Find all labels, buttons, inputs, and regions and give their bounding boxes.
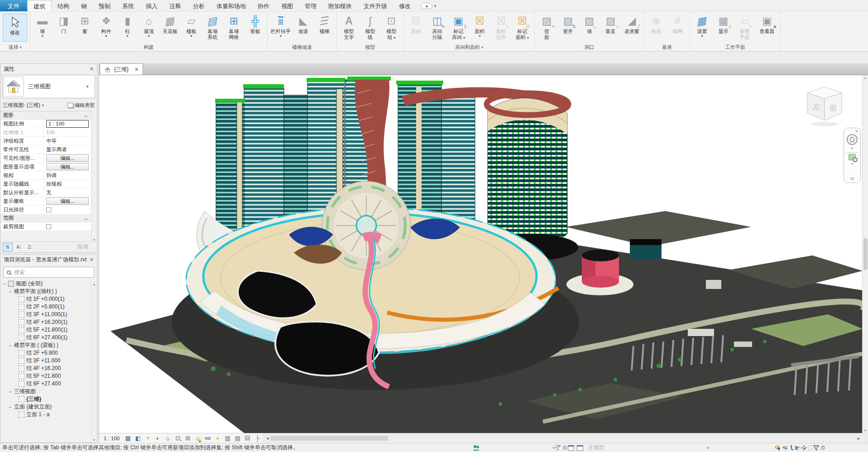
tab-file-upgrade[interactable]: 文件升级 [358, 0, 393, 11]
edit-requests-button[interactable]: :0 [555, 445, 566, 451]
tool-component[interactable]: ❖构件▾ [96, 13, 117, 43]
tab-massing-site[interactable]: 体量和场地 [211, 0, 252, 11]
instance-selector[interactable]: 三维视图: {三维}▾ [3, 102, 66, 109]
project-browser-close-icon[interactable]: ✕ [90, 257, 94, 263]
tab-collaborate[interactable]: 协作 [252, 0, 275, 11]
tree-group-3d-views[interactable]: −三维视图 [0, 388, 91, 395]
lock-3d-view-icon[interactable]: ⌂🔓 [193, 434, 202, 442]
tree-item-3d-view-current[interactable]: {三维} [0, 395, 91, 403]
group-label-room-area[interactable]: 房间和面积▾ [404, 43, 534, 51]
navigation-bar[interactable]: ✕ ▾ ▾ ⊖ [844, 128, 861, 183]
tool-viewer[interactable]: ▣■查看器 [755, 13, 779, 43]
scroll-up-icon[interactable]: ▲ [864, 76, 867, 79]
tree-item-view[interactable]: 结 3F +11.000(1) [0, 311, 91, 318]
tab-precast[interactable]: 预制 [93, 0, 116, 11]
steering-wheel-icon[interactable] [847, 134, 858, 145]
tool-column[interactable]: ▮柱▾ [117, 13, 138, 43]
tool-ceiling[interactable]: ▦天花板 [159, 13, 181, 43]
tool-model-line[interactable]: ∫模型线 [360, 13, 381, 43]
drag-elements-icon[interactable] [801, 445, 807, 451]
tool-roof[interactable]: ⌂屋顶▾ [138, 13, 159, 43]
tab-view[interactable]: 视图 [275, 0, 299, 11]
tree-item-view[interactable]: 结 6F +27.400 [0, 380, 91, 388]
properties-close-icon[interactable]: ✕ [90, 66, 94, 72]
apply-button[interactable]: 应用 [77, 243, 95, 251]
sort-default-button[interactable]: ⇅ [3, 243, 13, 251]
scroll-down-icon[interactable]: ▼ [864, 429, 867, 432]
browser-search-input[interactable]: 搜索 [3, 267, 94, 278]
browser-scrollbar[interactable]: ▲▼ [91, 282, 97, 442]
visual-style-icon[interactable]: ◧ [133, 434, 143, 442]
design-options-dropdown-icon[interactable]: ▾ [706, 445, 709, 451]
tree-item-view[interactable]: 结 2F +5.800 [0, 349, 91, 357]
sort-ascending-button[interactable]: A↓ [14, 243, 24, 251]
3d-model-scene[interactable] [99, 75, 863, 433]
render-dialog-icon[interactable]: ♨ [163, 434, 173, 442]
tool-wall-opening[interactable]: ▨↔墙 [579, 13, 600, 43]
temporary-hide-isolate-icon[interactable]: oo [203, 434, 212, 442]
prop-row-parts-visibility[interactable]: 零件可见性显示两者 [0, 145, 91, 154]
view-scale-input[interactable]: 1 : 100 [46, 120, 89, 128]
tab-structure[interactable]: 结构 [52, 0, 75, 11]
tree-group-elevations[interactable]: −立面 (建筑立面) [0, 403, 91, 411]
vg-edit-button[interactable]: 编辑... [46, 154, 89, 162]
worksets-dialog-icon[interactable] [568, 445, 574, 451]
tool-wall[interactable]: ▬墙▾ [32, 13, 53, 43]
prop-row-grid-display[interactable]: 显示栅格编辑... [0, 197, 91, 206]
active-workset-icon[interactable] [577, 445, 583, 451]
prop-row-view-scale[interactable]: 视图比例1 : 100 [0, 120, 91, 128]
scroll-right-icon[interactable]: ► [857, 436, 861, 441]
tab-annotate[interactable]: 注释 [163, 0, 187, 11]
tool-door[interactable]: ◨门 [53, 13, 74, 43]
scrollbar-thumb[interactable] [863, 238, 868, 270]
select-underlay-icon[interactable]: ✕ [782, 445, 788, 451]
tool-stair[interactable]: ☰楼梯 [314, 13, 335, 43]
tree-group-floorplans-beamslab[interactable]: −楼层平面 ( (梁板) ) [0, 341, 91, 349]
tree-root-views[interactable]: −视图 (全部) [0, 280, 91, 288]
tree-item-elevation[interactable]: 立面 1 - a [0, 411, 91, 418]
tool-mullion[interactable]: ╬竖梃 [245, 13, 266, 43]
worksharing-icon[interactable] [473, 445, 480, 451]
collapse-section-icon[interactable]: ︽ [84, 112, 88, 119]
section-extents[interactable]: 范围︽ [0, 214, 91, 222]
tool-model-group[interactable]: ⊡模型组 ▾ [381, 13, 402, 43]
grid-display-edit-button[interactable]: 编辑... [46, 197, 89, 205]
select-elements-by-face-icon[interactable]: ✕ [794, 445, 801, 451]
tool-vertical-opening[interactable]: ▨↕垂直 [600, 13, 621, 43]
scale-button[interactable]: 1 : 100 [101, 434, 123, 442]
select-pinned-icon[interactable] [788, 445, 794, 451]
shadows-icon[interactable]: ◐ [153, 434, 163, 442]
tool-tag-room[interactable]: ▣1标记房间 ▾ [448, 13, 469, 43]
detail-level-icon[interactable]: ▦ [123, 434, 133, 442]
tab-architecture[interactable]: 建筑 [27, 0, 52, 11]
vertical-scrollbar[interactable]: ▲ ▼ [862, 75, 868, 433]
displaced-elements-icon[interactable]: 回 [243, 434, 252, 442]
tab-steel[interactable]: 钢 [75, 0, 93, 11]
prop-row-sun-path[interactable]: 日光路径 [0, 206, 91, 214]
prop-row-analysis-display[interactable]: 默认分析显示...无 [0, 188, 91, 197]
ribbon-collapse-button[interactable]: ▲ ▾ [417, 0, 441, 11]
edit-type-button[interactable]: 编辑类型 [67, 102, 95, 109]
navbar-close-icon[interactable]: ✕ [855, 129, 858, 134]
tool-floor[interactable]: ▱楼板▾ [181, 13, 202, 43]
worksharing-display-icon[interactable]: ▥ [223, 434, 232, 442]
type-selector-dropdown-icon[interactable]: ▾ [86, 84, 95, 89]
section-graphics[interactable]: 图形︽ [0, 111, 91, 120]
tree-item-view[interactable]: 结 5F +21.800(1) [0, 326, 91, 334]
viewcube-left-face[interactable]: 左 [813, 103, 820, 111]
active-design-option[interactable]: 主模型 [588, 444, 604, 452]
prop-row-visibility-graphics[interactable]: 可见性/图形...编辑... [0, 154, 91, 163]
show-crop-region-icon[interactable]: ⊞ [183, 434, 192, 442]
viewcube[interactable]: 左 前 [804, 84, 845, 129]
tool-show-workplane[interactable]: ▦●显示 [713, 13, 734, 43]
prop-row-detail-level[interactable]: 详细程度中等 [0, 137, 91, 145]
tool-curtain-grid[interactable]: ⊞幕墙网格 [223, 13, 245, 43]
horizontal-scrollbar[interactable]: ◄ ► [264, 433, 862, 443]
tab-manage[interactable]: 管理 [299, 0, 322, 11]
model-canvas[interactable]: 左 前 ✕ ▾ ▾ ⊖ ▲ ▼ 1 : 100 ▦ ◧ ☀ ◐ ♨ [99, 75, 868, 443]
group-label-select[interactable]: 选择▾ [0, 43, 29, 51]
select-links-icon[interactable] [775, 445, 782, 451]
tool-window[interactable]: ⊞窗 [74, 13, 96, 43]
tool-area[interactable]: ☒面积▾ [469, 13, 490, 43]
selection-filter-button[interactable]: :0 [813, 445, 825, 451]
